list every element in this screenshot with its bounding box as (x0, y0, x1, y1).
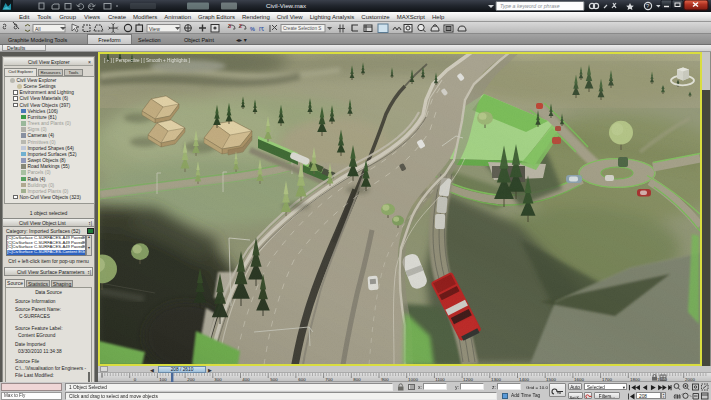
svg-text:[ + ] [ Perspective ] [ Smooth: [ + ] [ Perspective ] [ Smooth + Highlig… (104, 58, 190, 63)
svg-text:Create Selection S: Create Selection S (283, 26, 321, 31)
svg-text:%: % (250, 26, 255, 32)
svg-text:All: All (35, 26, 41, 32)
svg-text:Type a keyword or phrase: Type a keyword or phrase (500, 3, 560, 9)
svg-text:☈: ☈ (259, 26, 264, 32)
svg-text:View: View (149, 26, 160, 32)
svg-text:Civil-View.max: Civil-View.max (266, 2, 307, 9)
